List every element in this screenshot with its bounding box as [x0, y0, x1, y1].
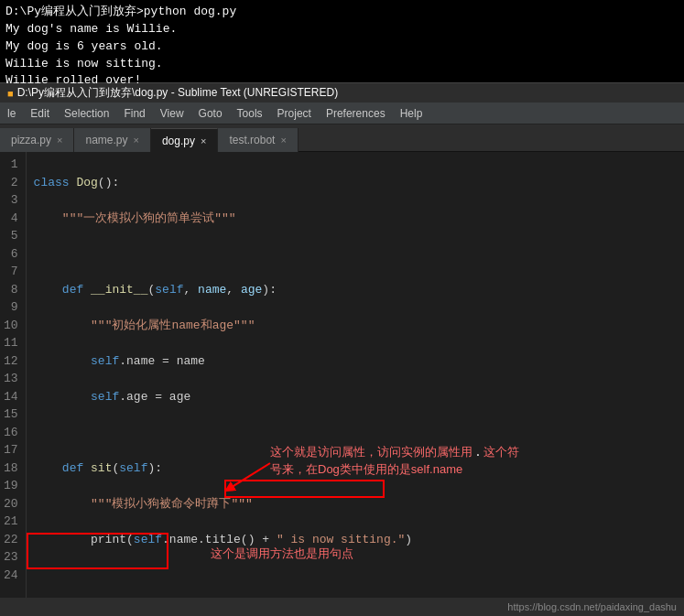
- tab-robot[interactable]: test.robot ×: [218, 128, 298, 152]
- close-icon[interactable]: ×: [201, 135, 206, 146]
- close-icon[interactable]: ×: [280, 135, 286, 146]
- menu-find[interactable]: Find: [116, 103, 152, 124]
- menu-project[interactable]: Project: [270, 103, 319, 124]
- menu-help[interactable]: Help: [393, 103, 430, 124]
- menu-goto[interactable]: Goto: [191, 103, 230, 124]
- tab-pizza[interactable]: pizza.py ×: [0, 128, 74, 152]
- close-icon[interactable]: ×: [57, 135, 62, 146]
- menu-tools[interactable]: Tools: [230, 103, 270, 124]
- line-numbers: 1 2 3 4 5 6 7 8 9 10 11 12 13 14 15 16 1…: [0, 152, 27, 598]
- statusbar-url: https://blog.csdn.net/paidaxing_dashu: [507, 601, 677, 612]
- menu-file[interactable]: le: [0, 103, 23, 124]
- code-area[interactable]: class Dog(): """一次模拟小狗的简单尝试""" def __ini…: [27, 152, 684, 598]
- editor[interactable]: 1 2 3 4 5 6 7 8 9 10 11 12 13 14 15 16 1…: [0, 152, 684, 598]
- tab-label: name.py: [85, 134, 127, 146]
- terminal-line: My dog's name is Willie.: [5, 21, 679, 38]
- statusbar: https://blog.csdn.net/paidaxing_dashu: [0, 598, 684, 616]
- titlebar-text: D:\Py编程从入门到放弃\dog.py - Sublime Text (UNR…: [17, 85, 339, 101]
- terminal-output: D:\Py编程从入门到放弃>python dog.py My dog's nam…: [0, 0, 684, 82]
- menubar: le Edit Selection Find View Goto Tools P…: [0, 103, 684, 124]
- tab-label: pizza.py: [11, 134, 51, 146]
- tab-dog[interactable]: dog.py ×: [151, 128, 218, 152]
- tab-bar: pizza.py × name.py × dog.py × test.robot…: [0, 124, 684, 152]
- tab-label: test.robot: [229, 134, 275, 146]
- tab-label: dog.py: [162, 135, 195, 147]
- titlebar: ■ D:\Py编程从入门到放弃\dog.py - Sublime Text (U…: [0, 82, 684, 103]
- menu-selection[interactable]: Selection: [57, 103, 116, 124]
- terminal-line: Willie is now sitting.: [5, 56, 679, 73]
- menu-preferences[interactable]: Preferences: [319, 103, 393, 124]
- drive-icon: ■: [7, 88, 14, 99]
- menu-edit[interactable]: Edit: [23, 103, 57, 124]
- terminal-line: My dog is 6 years old.: [5, 38, 679, 56]
- close-icon[interactable]: ×: [134, 135, 139, 146]
- menu-view[interactable]: View: [153, 103, 191, 124]
- terminal-line: D:\Py编程从入门到放弃>python dog.py: [5, 4, 679, 21]
- tab-name[interactable]: name.py ×: [74, 128, 150, 152]
